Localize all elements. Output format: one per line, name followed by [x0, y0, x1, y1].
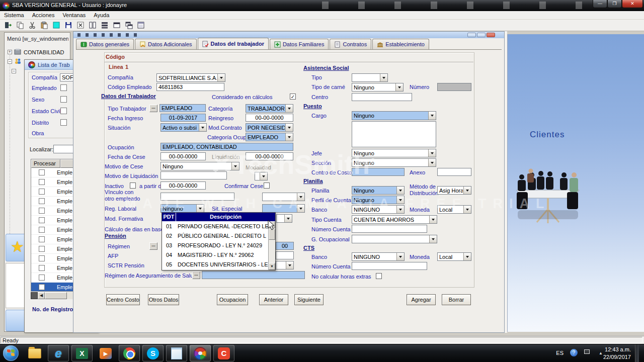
mod-contrato-select[interactable]: POR NECESIDAD — [246, 123, 293, 132]
chevron-down-icon[interactable] — [396, 206, 404, 213]
tab-datos-generales[interactable]: Datos generales — [76, 39, 134, 49]
start-button[interactable] — [3, 345, 19, 361]
help-tray-icon[interactable]: ? — [570, 349, 578, 356]
tab-datos-del-trabajador[interactable]: Datos del trabajador — [198, 38, 269, 49]
sexo-filter-box[interactable] — [60, 96, 67, 103]
chevron-down-icon[interactable] — [284, 215, 292, 222]
confirmar-cese-checkbox[interactable] — [264, 183, 270, 189]
chevron-down-icon[interactable] — [297, 193, 304, 201]
row-checkbox[interactable] — [39, 236, 45, 242]
taskbar-chrome[interactable] — [119, 345, 140, 361]
menu-acciones[interactable]: Acciones — [28, 12, 59, 18]
close-button[interactable]: ✕ — [622, 0, 643, 8]
seccion-select[interactable]: Ninguno — [352, 158, 436, 167]
chevron-down-icon[interactable] — [285, 124, 293, 131]
categoria-select[interactable]: TRABAJADOR — [246, 104, 293, 113]
regimen-salud-field[interactable] — [202, 271, 305, 279]
siguiente-button[interactable]: Siguiente — [294, 294, 324, 305]
row-checkbox[interactable] — [39, 217, 45, 223]
categoria-ocup-select[interactable]: EMPLEADO — [246, 133, 293, 141]
cargo-description-box[interactable] — [352, 121, 436, 147]
row-checkbox[interactable] — [39, 275, 45, 281]
regimen-field[interactable]: 00 — [276, 242, 294, 250]
favorites-star-icon[interactable]: ★ — [11, 238, 24, 255]
chevron-down-icon[interactable] — [231, 162, 239, 170]
cascade-windows-icon[interactable] — [123, 21, 135, 30]
borrar-button[interactable]: Borrar — [442, 294, 471, 305]
chevron-down-icon[interactable] — [297, 205, 304, 212]
chevron-down-icon[interactable] — [463, 187, 471, 194]
chevron-down-icon[interactable] — [428, 149, 436, 157]
form-grid-icon[interactable] — [135, 21, 147, 30]
taskbar-sba-app[interactable] — [190, 345, 211, 361]
tipo-trabajador-more-button[interactable]: ... — [149, 105, 157, 112]
row-checkbox[interactable] — [39, 227, 45, 233]
agregar-button[interactable]: Agregar — [407, 294, 436, 305]
scroll-thumb[interactable] — [45, 292, 67, 299]
collapse-icon[interactable] — [8, 59, 12, 64]
centro-field[interactable] — [352, 93, 412, 101]
popup-row[interactable]: 02PÚBLICO GENERAL - DECRETO L — [162, 231, 275, 240]
vinculo-select[interactable] — [262, 193, 305, 201]
row-checkbox[interactable] — [39, 284, 45, 290]
tree-node-contabilidad[interactable]: CONTABILIDAD — [24, 49, 64, 55]
copy-icon[interactable] — [14, 21, 26, 30]
metodo-select[interactable]: Asig Hora — [437, 186, 471, 195]
taskbar-internet-explorer[interactable]: e — [48, 345, 69, 361]
popup-row[interactable]: 03PROFESORADO - LEY N.° 24029 — [162, 240, 275, 250]
tipo-cuenta-select[interactable]: CUENTA DE AHORROS — [352, 215, 437, 224]
banco-select[interactable]: NINGUNO — [352, 205, 405, 214]
regimen-salud-more-button[interactable]: ... — [192, 272, 200, 279]
cargo-select[interactable]: Ninguno — [352, 111, 436, 120]
close-sheet-icon[interactable] — [74, 21, 87, 30]
reg-laboral-select[interactable]: Ninguno — [160, 204, 204, 213]
vinculo-field[interactable] — [160, 193, 234, 201]
regimen-more-button[interactable]: ... — [149, 242, 157, 250]
chevron-down-icon[interactable] — [285, 133, 293, 141]
motivo-cese-select[interactable]: Ninguno — [160, 162, 239, 170]
child-restore-button[interactable] — [477, 33, 486, 37]
row-checkbox[interactable] — [39, 265, 45, 271]
reingreso-field[interactable]: 00-00-0000 — [246, 114, 293, 122]
restore-button[interactable]: ❐ — [607, 0, 622, 8]
row-checkbox[interactable] — [39, 208, 45, 214]
taskbar-explorer[interactable] — [24, 345, 45, 361]
row-checkbox[interactable] — [39, 246, 45, 252]
tile-horizontal-icon[interactable] — [99, 21, 111, 30]
a-partir-field[interactable]: 00-00-0000 — [160, 182, 206, 190]
perfil-cuenta-select[interactable]: Ninguno — [352, 196, 405, 204]
new-window-icon[interactable] — [111, 21, 123, 30]
scroll-left-icon[interactable]: ◀ — [38, 292, 45, 299]
jefe-select[interactable]: Ninguno — [352, 149, 436, 157]
chevron-down-icon[interactable] — [380, 74, 387, 81]
chevron-down-icon[interactable] — [428, 112, 436, 120]
ocupacion-button[interactable]: Ocupacion — [217, 294, 248, 305]
menu-ventanas[interactable]: Ventanas — [58, 12, 90, 18]
row-checkbox[interactable] — [39, 255, 45, 261]
save-icon[interactable] — [62, 21, 74, 30]
expand-icon[interactable] — [8, 50, 12, 54]
numero-cuenta-field[interactable] — [352, 225, 427, 233]
taskbar-skype[interactable]: S — [142, 345, 164, 361]
fecha-ingreso-field[interactable]: 01-09-2017 — [160, 114, 206, 122]
chevron-down-icon[interactable] — [199, 124, 206, 131]
motivo-liquidacion-field[interactable] — [160, 171, 227, 179]
tipo-trabajador-field[interactable]: EMPLEADO — [159, 104, 206, 112]
chevron-down-icon[interactable] — [463, 253, 471, 260]
row-checkbox[interactable] — [39, 198, 45, 204]
compania-select[interactable]: SOFTBRILLIANCE S.A.C — [156, 73, 225, 82]
chevron-down-icon[interactable] — [260, 172, 267, 180]
popup-row[interactable]: 05DOCENTES UNIVERSITARIOS - LE — [162, 259, 275, 269]
chevron-down-icon[interactable] — [285, 105, 293, 112]
cts-numero-cuenta-field[interactable] — [352, 262, 427, 270]
taskbar-camtasia[interactable]: C — [213, 345, 234, 361]
child-titlebar[interactable] — [73, 32, 504, 38]
planilla-select[interactable]: Ninguno — [352, 186, 405, 195]
sctr-pension-select[interactable] — [276, 261, 294, 269]
tab-datos-adicionales[interactable]: Datos Adicionales — [135, 39, 196, 49]
inactivo-checkbox[interactable] — [130, 183, 136, 189]
language-indicator[interactable]: ES — [556, 350, 564, 356]
chevron-down-icon[interactable] — [396, 253, 404, 260]
situacion-select[interactable]: Activo o subsi — [160, 123, 207, 132]
window-tray-icon[interactable] — [584, 349, 590, 354]
